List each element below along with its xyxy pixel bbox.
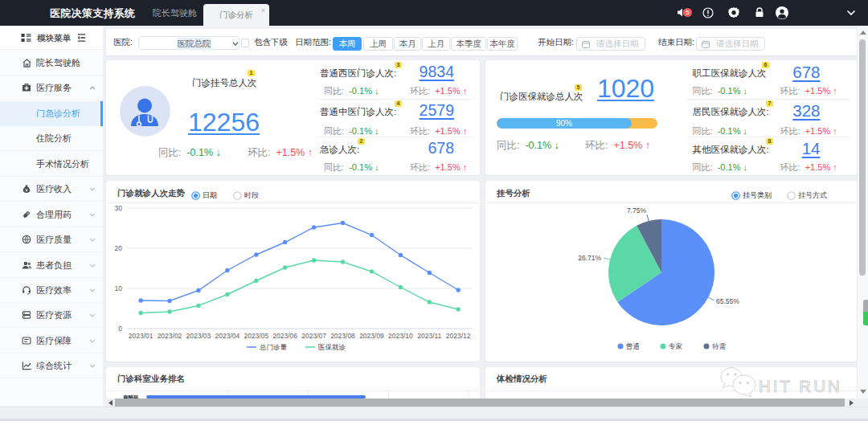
svg-text:2023/04: 2023/04	[215, 332, 240, 340]
svg-text:2023/11: 2023/11	[417, 332, 441, 340]
svg-text:20: 20	[115, 244, 123, 252]
svg-text:65.55%: 65.55%	[716, 297, 739, 305]
svg-text:专家: 专家	[669, 342, 683, 350]
svg-text:2023/12: 2023/12	[446, 332, 471, 340]
svg-text:2023/03: 2023/03	[186, 332, 211, 340]
svg-text:2023/01: 2023/01	[129, 332, 154, 340]
svg-text:2023/06: 2023/06	[272, 332, 297, 340]
svg-text:特需: 特需	[712, 342, 727, 350]
svg-text:2023/02: 2023/02	[158, 332, 182, 340]
svg-text:医保就诊: 医保就诊	[318, 343, 346, 351]
svg-text:2023/05: 2023/05	[244, 332, 268, 340]
svg-text:30: 30	[115, 204, 123, 212]
svg-text:总门诊量: 总门诊量	[259, 343, 288, 351]
svg-text:0: 0	[118, 325, 122, 333]
svg-text:2023/07: 2023/07	[301, 332, 326, 340]
svg-text:10: 10	[115, 284, 123, 292]
svg-text:2023/08: 2023/08	[330, 332, 355, 340]
svg-text:HIT RUN: HIT RUN	[759, 377, 842, 395]
svg-text:2023/10: 2023/10	[388, 332, 413, 340]
svg-text:7.75%: 7.75%	[627, 206, 647, 215]
svg-text:2023/09: 2023/09	[359, 332, 384, 340]
svg-text:26.71%: 26.71%	[578, 254, 601, 262]
svg-text:普通: 普通	[626, 342, 640, 350]
